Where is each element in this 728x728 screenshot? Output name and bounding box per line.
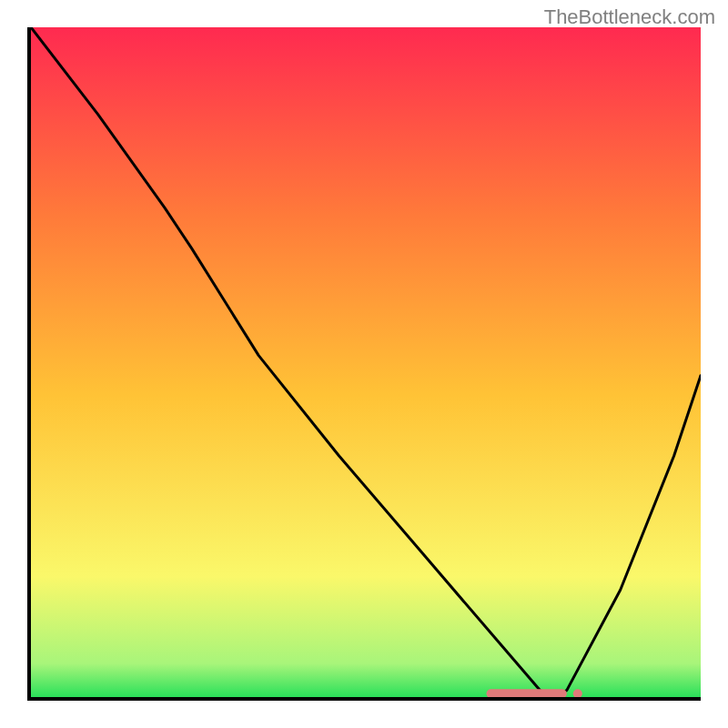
chart-gradient-background (31, 27, 701, 697)
svg-rect-0 (31, 27, 701, 697)
chart-plot-area (27, 27, 701, 701)
watermark-text: TheBottleneck.com (544, 5, 715, 29)
